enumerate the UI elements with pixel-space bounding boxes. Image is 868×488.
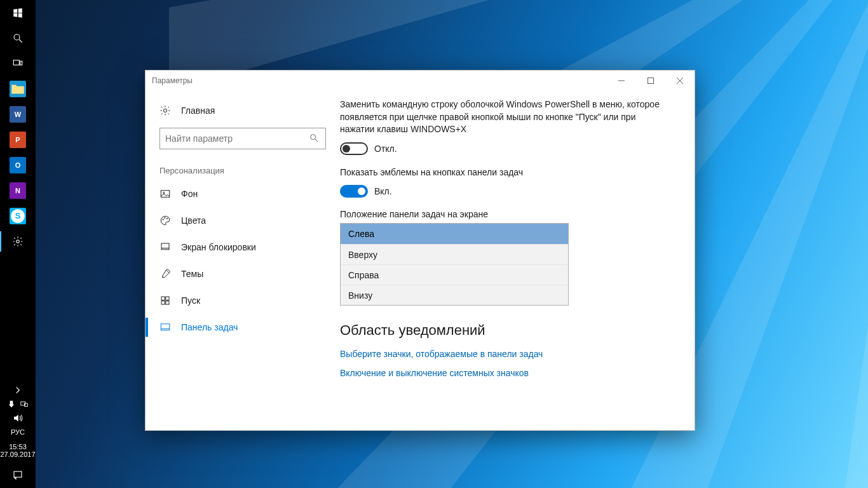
sidebar-start[interactable]: Пуск [146,287,340,314]
svg-rect-2 [13,60,19,65]
image-icon [159,188,171,200]
sidebar: Главная Персонализация Фон Цвета [146,91,340,430]
onenote-button[interactable]: N [0,178,36,203]
svg-rect-24 [161,297,165,300]
palette-icon [159,215,171,226]
clock[interactable]: 15:53 27.09.2017 [0,439,35,463]
home-label: Главная [181,105,215,116]
volume-tray[interactable] [0,411,36,425]
tray-overflow-button[interactable] [0,383,36,397]
notification-area-heading: Область уведомлений [340,322,682,339]
gear-icon [11,235,24,248]
dropdown-option-bottom[interactable]: Внизу [341,285,568,305]
home-nav[interactable]: Главная [146,97,340,124]
setting-badges-text: Показать эмблемы на кнопках панели задач [340,166,670,179]
network-icon [20,398,29,410]
toggle-badges[interactable]: Вкл. [340,185,682,198]
svg-text:S: S [15,211,21,220]
power-network-tray[interactable] [0,397,36,411]
taskbar-position-dropdown[interactable]: Слева Вверху Справа Внизу [340,223,569,306]
start-button[interactable] [0,0,36,25]
window-title: Параметры [152,76,607,85]
svg-rect-11 [648,78,654,84]
dropdown-option-left[interactable]: Слева [341,224,568,244]
clock-time: 15:53 [0,443,35,451]
sidebar-item-label: Фон [181,189,198,199]
brush-icon [159,268,171,280]
svg-line-1 [19,39,22,43]
taskbar-icon [159,322,171,333]
svg-rect-27 [166,301,169,304]
sidebar-item-label: Панель задач [181,322,238,332]
sidebar-taskbar[interactable]: Панель задач [146,314,340,341]
search-input[interactable] [165,133,304,144]
link-system-icons[interactable]: Включение и выключение системных значков [340,368,682,378]
setting-powershell-text: Заменить командную строку оболочкой Wind… [340,98,670,136]
action-center-button[interactable] [0,463,36,488]
file-explorer-button[interactable] [0,76,36,102]
svg-point-15 [311,135,316,140]
svg-point-0 [14,34,20,40]
svg-rect-25 [166,297,169,300]
sidebar-item-label: Пуск [181,295,200,306]
gear-icon [159,105,171,116]
file-explorer-icon [10,81,26,97]
clock-date: 27.09.2017 [0,451,35,459]
toggle-powershell[interactable]: Откл. [340,142,682,155]
sidebar-themes[interactable]: Темы [146,261,340,287]
search-icon [11,32,24,44]
toggle-switch-off [340,142,368,155]
toggle-state-label: Откл. [374,144,397,154]
onenote-icon: N [10,182,26,199]
settings-window: Параметры Главная Персонал [145,70,695,431]
toggle-state-label: Вкл. [374,186,392,196]
lockscreen-icon [159,241,171,253]
minimize-button[interactable] [607,71,636,91]
svg-rect-3 [20,61,22,65]
windows-icon [11,6,24,19]
powerpoint-button[interactable]: P [0,127,36,152]
sidebar-item-label: Экран блокировки [181,242,256,252]
svg-rect-8 [25,403,28,407]
word-icon: W [10,106,26,123]
task-view-icon [11,57,24,70]
settings-taskbar-button[interactable] [0,229,36,254]
link-select-icons[interactable]: Выберите значки, отображаемые в панели з… [340,349,682,359]
main-pane: Заменить командную строку оболочкой Wind… [340,91,695,430]
notification-icon [11,469,24,482]
svg-point-21 [166,218,168,219]
svg-line-16 [315,139,318,142]
sidebar-item-label: Темы [181,269,203,279]
skype-icon: S [10,208,26,224]
powerpoint-icon: P [10,132,26,148]
word-button[interactable]: W [0,102,36,127]
chevron-right-icon [11,384,24,396]
dropdown-option-top[interactable]: Вверху [341,244,568,264]
sidebar-background[interactable]: Фон [146,180,340,207]
start-icon [159,295,171,306]
outlook-button[interactable]: O [0,152,36,178]
search-button[interactable] [0,25,36,51]
toggle-switch-on [340,185,368,198]
search-icon [309,133,320,144]
language-indicator[interactable]: РУС [0,425,36,439]
search-input-wrapper[interactable] [159,128,326,149]
svg-rect-26 [161,301,165,304]
svg-point-6 [17,240,20,243]
skype-button[interactable]: S [0,203,36,229]
svg-point-19 [163,219,164,220]
taskbar: W P O N S [0,0,36,488]
outlook-icon: O [10,157,26,173]
sidebar-colors[interactable]: Цвета [146,207,340,234]
svg-rect-22 [161,243,169,250]
sidebar-item-label: Цвета [181,215,206,226]
task-view-button[interactable] [0,51,36,76]
svg-rect-28 [161,324,170,330]
language-label: РУС [11,428,25,436]
maximize-button[interactable] [636,71,665,91]
sidebar-section-title: Персонализация [146,156,340,180]
titlebar[interactable]: Параметры [146,71,695,91]
dropdown-option-right[interactable]: Справа [341,264,568,285]
close-button[interactable] [665,71,695,91]
sidebar-lockscreen[interactable]: Экран блокировки [146,234,340,261]
